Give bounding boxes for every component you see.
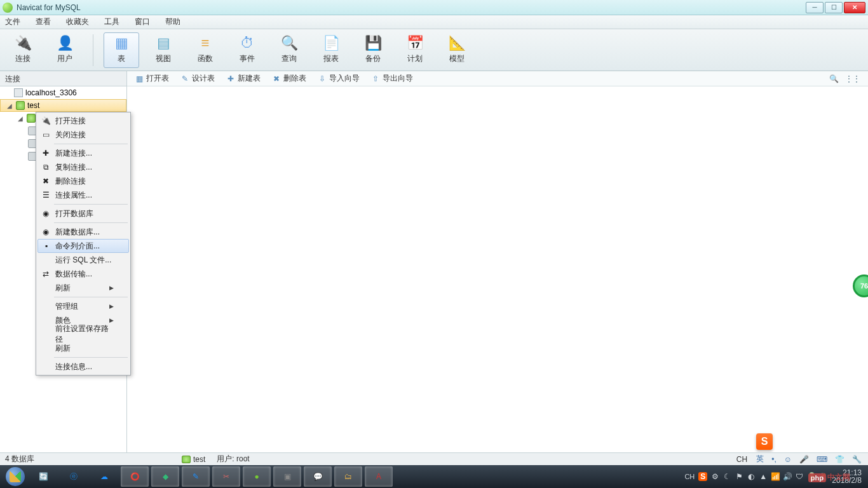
ctx-separator xyxy=(54,222,128,223)
expand-arrow-icon[interactable]: ◢ xyxy=(18,115,24,122)
ctx-管理组[interactable]: 管理组▶ xyxy=(37,299,129,313)
subtool-导入向导[interactable]: ⇩导入向导 xyxy=(318,73,360,84)
tree-server[interactable]: localhost_3306 xyxy=(0,86,126,99)
menu-view[interactable]: 查看 xyxy=(36,17,51,27)
toolbar-连接[interactable]: 🔌连接 xyxy=(5,32,41,68)
sub-toolbar-right: 🔍 ⋮⋮ xyxy=(829,74,860,83)
taskbar-clock[interactable]: 21:13 2018/2/8 xyxy=(832,469,862,484)
taskbar-item-11[interactable]: 🗂 xyxy=(334,466,362,487)
menu-window[interactable]: 窗口 xyxy=(135,17,150,27)
ctx-label: 删除连接 xyxy=(55,176,86,187)
ctx-icon: ⇄ xyxy=(41,269,51,279)
ime-keyboard-icon[interactable]: 英 xyxy=(756,454,764,464)
search-icon[interactable]: 🔍 xyxy=(829,74,839,83)
tray-icon-4[interactable]: ◐ xyxy=(747,472,756,481)
toolbar-报表[interactable]: 📄报表 xyxy=(313,32,349,68)
模型-icon: 📐 xyxy=(448,36,466,51)
ctx-运行SQL文件[interactable]: 运行 SQL 文件... xyxy=(37,253,129,267)
sogou-ime-popup[interactable]: S xyxy=(756,433,773,450)
toolbar-表[interactable]: ▦表 xyxy=(104,32,139,68)
tree-db-selected[interactable]: ◢ test xyxy=(0,99,126,112)
tray-icon-6[interactable]: 📶 xyxy=(771,472,780,481)
start-button[interactable] xyxy=(3,465,28,488)
tray-icon-3[interactable]: ⚑ xyxy=(735,472,743,481)
ctx-关闭连接[interactable]: ▭关闭连接 xyxy=(37,128,129,142)
toolbar-事件[interactable]: ⏱事件 xyxy=(229,32,265,68)
ctx-separator xyxy=(54,297,128,297)
taskbar-item-8[interactable]: ● xyxy=(243,466,271,487)
ime-settings-icon[interactable]: 🔧 xyxy=(852,455,862,464)
ctx-刷新[interactable]: 刷新▶ xyxy=(37,281,129,295)
tray-lang[interactable]: CH xyxy=(684,473,695,480)
ctx-数据传输[interactable]: ⇄数据传输... xyxy=(37,267,129,281)
subtool-打开表[interactable]: ▦打开表 xyxy=(135,73,169,84)
close-button[interactable]: ✕ xyxy=(844,2,865,13)
taskbar-item-2[interactable]: ⓔ xyxy=(60,466,88,487)
subtool-label: 新建表 xyxy=(238,73,261,84)
maximize-button[interactable]: ☐ xyxy=(825,2,843,13)
ctx-连接信息[interactable]: 连接信息... xyxy=(37,360,129,374)
grid-options-icon[interactable]: ⋮⋮ xyxy=(845,74,860,83)
ime-mic-icon[interactable]: 🎤 xyxy=(799,455,809,464)
ctx-打开连接[interactable]: 🔌打开连接 xyxy=(37,114,129,128)
submenu-arrow-icon: ▶ xyxy=(109,285,114,291)
taskbar-item-3[interactable]: ☁ xyxy=(90,466,118,487)
tray-icon-10[interactable]: 🐧 xyxy=(819,472,828,481)
ctx-打开数据库[interactable]: ◉打开数据库 xyxy=(37,207,129,220)
ctx-删除连接[interactable]: ✖删除连接 xyxy=(37,174,129,188)
ctx-刷新[interactable]: 刷新 xyxy=(37,341,129,355)
toolbar-label: 报表 xyxy=(323,53,339,64)
taskbar-item-7[interactable]: ✂ xyxy=(212,466,240,487)
minimize-button[interactable]: ─ xyxy=(806,2,824,13)
toolbar-备份[interactable]: 💾备份 xyxy=(355,32,391,68)
ctx-命令列介面[interactable]: ▪命令列介面... xyxy=(37,239,129,253)
taskbar-item-12[interactable]: A xyxy=(365,466,393,487)
expand-arrow-icon[interactable]: ◢ xyxy=(7,102,13,109)
subtool-设计表[interactable]: ✎设计表 xyxy=(180,73,215,84)
视图-icon: ▤ xyxy=(154,36,172,51)
ime-keyboard2-icon[interactable]: ⌨ xyxy=(817,455,827,464)
新建表-icon: ✚ xyxy=(226,74,235,83)
subtool-label: 导入向导 xyxy=(329,73,360,84)
ime-skin-icon[interactable]: 👕 xyxy=(835,455,844,464)
taskbar-item-4[interactable]: ⭕ xyxy=(121,466,149,487)
taskbar-item-1[interactable]: 🔄 xyxy=(29,466,57,487)
tray-icon-9[interactable]: 🔋 xyxy=(807,472,816,481)
tray-icon-0[interactable]: S xyxy=(698,472,707,481)
toolbar-计划[interactable]: 📅计划 xyxy=(397,32,433,68)
toolbar-模型[interactable]: 📐模型 xyxy=(439,32,475,68)
tray-icon-2[interactable]: ☾ xyxy=(722,472,731,481)
tray-icon-1[interactable]: ⚙ xyxy=(710,472,719,481)
subtool-删除表[interactable]: ✖删除表 xyxy=(272,73,306,84)
ctx-新建连接[interactable]: ✚新建连接... xyxy=(37,146,129,160)
menu-favorites[interactable]: 收藏夹 xyxy=(66,17,89,27)
toolbar-查询[interactable]: 🔍查询 xyxy=(271,32,307,68)
taskbar-item-10[interactable]: 💬 xyxy=(304,466,332,487)
ctx-icon: ⧉ xyxy=(41,162,51,172)
ctx-新建数据库[interactable]: ◉新建数据库... xyxy=(37,225,129,239)
toolbar-函数[interactable]: ≡函数 xyxy=(187,32,223,68)
tray-icon-8[interactable]: 🛡 xyxy=(795,472,804,481)
ime-emoji-icon[interactable]: ☺ xyxy=(784,455,792,464)
ctx-前往设置保存路径[interactable]: 前往设置保存路径 xyxy=(37,327,129,341)
toolbar-label: 函数 xyxy=(198,53,213,64)
menu-help[interactable]: 帮助 xyxy=(165,17,180,27)
toolbar-视图[interactable]: ▤视图 xyxy=(146,32,181,68)
tray-icon-5[interactable]: ▲ xyxy=(759,472,768,481)
ctx-连接属性[interactable]: ☰连接属性... xyxy=(37,188,129,202)
tray-icon-7[interactable]: 🔊 xyxy=(783,472,792,481)
task-icon: ⓔ xyxy=(70,471,78,482)
subtool-导出向导[interactable]: ⇧导出向导 xyxy=(371,73,413,84)
menu-tools[interactable]: 工具 xyxy=(104,17,119,27)
taskbar-item-5[interactable]: ◆ xyxy=(151,466,179,487)
报表-icon: 📄 xyxy=(322,36,340,51)
ctx-复制连接[interactable]: ⧉复制连接... xyxy=(37,160,129,174)
menu-file[interactable]: 文件 xyxy=(5,17,20,27)
ctx-icon: 🔌 xyxy=(41,116,51,126)
taskbar-item-6[interactable]: ✎ xyxy=(182,466,210,487)
toolbar-用户[interactable]: 👤用户 xyxy=(47,32,83,68)
subtool-新建表[interactable]: ✚新建表 xyxy=(226,73,261,84)
ime-punct-icon[interactable]: •, xyxy=(771,455,776,464)
ime-indicator[interactable]: CH 英 •, ☺ 🎤 ⌨ 👕 🔧 xyxy=(735,454,863,464)
taskbar-item-9[interactable]: ▣ xyxy=(273,466,301,487)
